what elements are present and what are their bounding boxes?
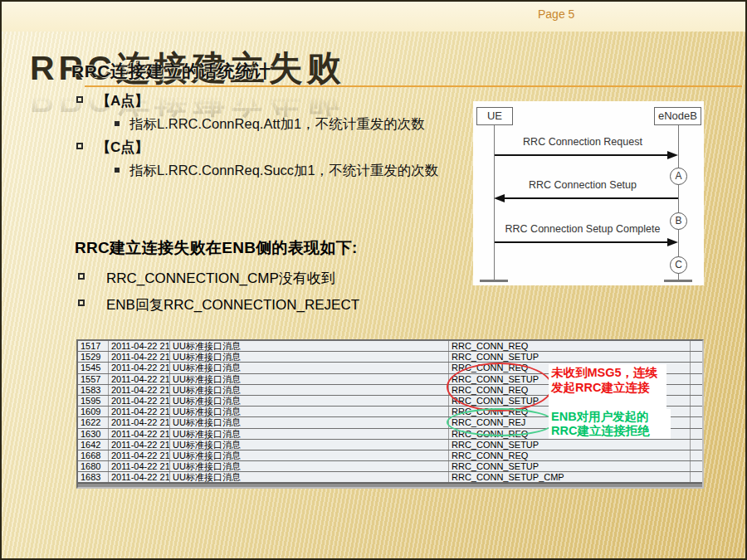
log-cell-extra xyxy=(691,407,702,416)
log-row: 1683 2011-04-22 21:39:5... UU标准接口消息 RRC_… xyxy=(78,472,702,483)
sequence-diagram: UE eNodeB RRC Connection Request A RRC C… xyxy=(473,101,704,285)
bullet-detail: 指标L.RRC.ConnReq.Succ加1，不统计重发的次数 xyxy=(129,160,438,181)
overlay-title: RRC连接建立的话统统计 xyxy=(71,60,271,83)
log-cell-id: 1683 xyxy=(78,472,109,482)
log-cell-time: 2011-04-22 21:39:4... xyxy=(109,407,170,416)
square-bullet-icon xyxy=(76,96,83,103)
log-cell-extra xyxy=(691,363,702,373)
log-cell-time: 2011-04-22 21:39:5... xyxy=(109,461,170,471)
log-cell-extra xyxy=(691,385,702,395)
log-cell-message: RRC_CONN_SETUP xyxy=(449,440,691,450)
failure-item-text: RRC_CONNECTION_CMP没有收到 xyxy=(106,269,335,288)
marker-c: C xyxy=(670,256,687,274)
log-cell-type: UU标准接口消息 xyxy=(170,472,449,482)
arrow-left-icon xyxy=(494,194,505,202)
message-line xyxy=(495,241,669,243)
log-cell-type: UU标准接口消息 xyxy=(170,407,449,416)
log-cell-id: 1630 xyxy=(78,429,109,439)
stats-bullet-list: 【A点】 指标L.RRC.ConnReq.Att加1，不统计重发的次数 【C点】… xyxy=(75,91,447,184)
log-cell-time: 2011-04-22 21:39:5... xyxy=(109,450,170,460)
square-bullet-icon xyxy=(76,143,83,149)
list-item: 【C点】 xyxy=(75,138,447,157)
log-row: 1529 2011-04-22 21:39:2... UU标准接口消息 RRC_… xyxy=(78,352,702,363)
log-cell-type: UU标准接口消息 xyxy=(170,341,449,351)
log-cell-id: 1595 xyxy=(78,396,109,406)
log-cell-extra xyxy=(691,450,702,460)
marker-a: A xyxy=(670,168,687,185)
log-cell-extra xyxy=(691,396,702,406)
log-cell-extra xyxy=(691,472,702,482)
log-cell-time: 2011-04-22 21:39:2... xyxy=(109,352,170,362)
log-cell-id: 1668 xyxy=(78,450,109,460)
bullet-label: 【A点】 xyxy=(96,91,149,110)
square-bullet-icon xyxy=(78,299,85,306)
log-cell-id: 1609 xyxy=(78,407,109,416)
log-cell-extra xyxy=(691,341,702,351)
failure-section: RRC建立连接失败在ENB侧的表现如下: RRC_CONNECTION_CMP没… xyxy=(75,237,456,322)
log-cell-extra xyxy=(691,461,702,471)
log-cell-type: UU标准接口消息 xyxy=(170,440,449,450)
log-cell-type: UU标准接口消息 xyxy=(170,450,449,460)
log-cell-time: 2011-04-22 21:39:2... xyxy=(109,341,170,351)
log-cell-message: RRC_CONN_REQ xyxy=(449,341,691,351)
log-cell-id: 1642 xyxy=(78,440,109,450)
log-cell-type: UU标准接口消息 xyxy=(170,385,449,395)
lifeline-ue xyxy=(494,125,495,281)
log-cell-message: RRC_CONN_SETUP_CMP xyxy=(449,472,691,482)
bullet-label: 【C点】 xyxy=(96,138,149,157)
message-line xyxy=(495,154,669,156)
log-row: 1517 2011-04-22 21:39:2... UU标准接口消息 RRC_… xyxy=(78,341,702,352)
list-item: 【A点】 xyxy=(75,91,447,110)
lifeline-end-ue xyxy=(480,280,508,282)
log-cell-type: UU标准接口消息 xyxy=(170,461,449,471)
log-cell-time: 2011-04-22 21:39:3... xyxy=(109,385,170,395)
arrow-right-icon xyxy=(667,238,678,246)
page-number: Page 5 xyxy=(538,7,574,21)
log-cell-id: 1583 xyxy=(78,385,109,395)
log-cell-time: 2011-04-22 21:39:3... xyxy=(109,396,170,406)
log-cell-id: 1557 xyxy=(78,374,109,384)
log-cell-type: UU标准接口消息 xyxy=(170,374,449,384)
log-cell-extra xyxy=(691,374,702,384)
highlight-oval-green xyxy=(447,408,554,436)
log-cell-id: 1680 xyxy=(78,461,109,471)
log-cell-time: 2011-04-22 21:39:3... xyxy=(109,374,170,384)
list-item: RRC_CONNECTION_CMP没有收到 xyxy=(75,269,456,288)
log-cell-time: 2011-04-22 21:39:4... xyxy=(109,429,170,439)
log-cell-id: 1529 xyxy=(78,352,109,362)
log-cell-time: 2011-04-22 21:39:4... xyxy=(109,440,170,450)
actor-box-enodeb: eNodeB xyxy=(654,107,701,125)
log-cell-id: 1545 xyxy=(78,363,109,373)
square-filled-bullet-icon xyxy=(115,121,120,126)
failure-heading: RRC建立连接失败在ENB侧的表现如下: xyxy=(75,237,456,259)
log-cell-type: UU标准接口消息 xyxy=(170,429,449,439)
slide-top-band xyxy=(2,2,745,32)
log-cell-message: RRC_CONN_REQ xyxy=(449,450,691,460)
log-cell-time: 2011-04-22 21:39:3... xyxy=(109,363,170,373)
list-item: 指标L.RRC.ConnReq.Att加1，不统计重发的次数 xyxy=(113,114,447,134)
log-cell-time: 2011-04-22 21:39:4... xyxy=(109,417,170,427)
slide: Page 5 RRC连接建立失败 RRC连接建立失败 RRC连接建立的话统统计 … xyxy=(0,0,747,560)
log-cell-type: UU标准接口消息 xyxy=(170,352,449,362)
log-cell-id: 1517 xyxy=(78,341,109,351)
highlight-oval-red xyxy=(447,363,553,411)
message-label: RRC Connection Setup xyxy=(500,179,666,191)
arrow-right-icon xyxy=(667,151,678,159)
annotation-reject: ENB对用户发起的RRC建立连接拒绝 xyxy=(549,409,671,439)
lifeline-end-enodeb xyxy=(664,280,692,282)
log-row: 1680 2011-04-22 21:39:5... UU标准接口消息 RRC_… xyxy=(78,461,702,472)
failure-item-text: ENB回复RRC_CONNECTION_REJECT xyxy=(106,295,359,314)
bullet-detail: 指标L.RRC.ConnReq.Att加1，不统计重发的次数 xyxy=(129,114,425,134)
log-cell-time: 2011-04-22 21:39:5... xyxy=(109,472,170,482)
list-item: 指标L.RRC.ConnReq.Succ加1，不统计重发的次数 xyxy=(113,160,447,181)
log-cell-type: UU标准接口消息 xyxy=(170,417,449,427)
message-label: RRC Connection Request xyxy=(500,136,666,148)
square-filled-bullet-icon xyxy=(115,168,120,173)
marker-b: B xyxy=(670,212,687,230)
square-bullet-icon xyxy=(78,273,85,280)
message-line xyxy=(505,197,678,199)
horizontal-scrollbar xyxy=(78,483,702,487)
log-cell-extra xyxy=(691,429,702,439)
log-cell-message: RRC_CONN_SETUP xyxy=(449,461,691,471)
log-cell-id: 1622 xyxy=(78,417,109,427)
